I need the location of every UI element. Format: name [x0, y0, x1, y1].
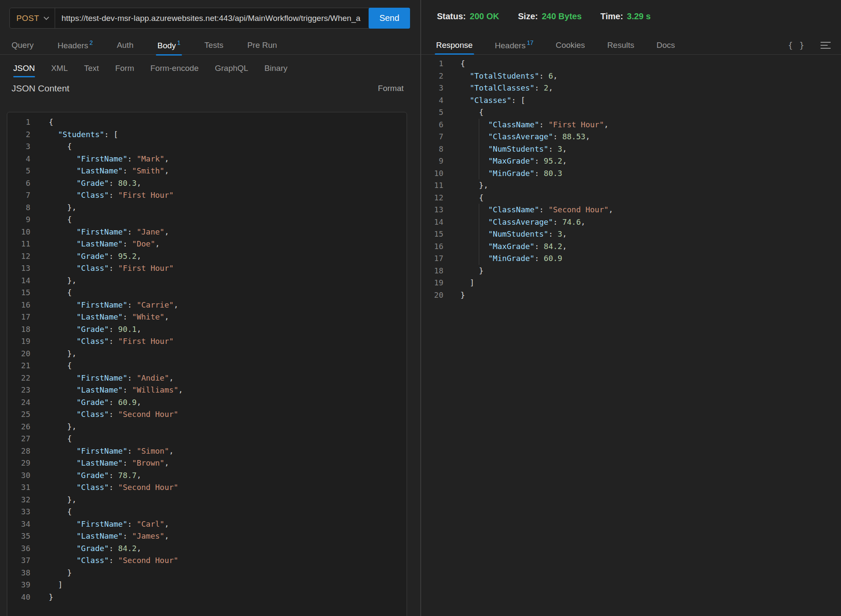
send-button[interactable]: Send: [369, 8, 410, 29]
line-number: 27: [7, 433, 30, 445]
indent-guide: [479, 228, 488, 241]
code-line-content: "MaxGrade": 95.2,: [443, 155, 567, 167]
line-number: 11: [7, 238, 30, 250]
code-line-content: }: [30, 591, 53, 604]
code-line: 26 },: [7, 421, 407, 433]
line-number: 19: [7, 335, 30, 348]
code-line: 2 "Students": [: [7, 129, 407, 141]
tab-body[interactable]: Body1: [157, 40, 180, 50]
line-number: 6: [421, 119, 443, 131]
code-line-content: "NumStudents": 3,: [443, 228, 567, 241]
code-line: 16 "MaxGrade": 84.2,: [421, 241, 841, 253]
tab-response[interactable]: Response: [436, 41, 473, 50]
line-number: 1: [421, 58, 443, 70]
code-line: 9 {: [7, 214, 407, 226]
tab-form[interactable]: Form: [115, 64, 134, 73]
response-status-bar: Status: 200 OK Size: 240 Bytes Time: 3.2…: [421, 0, 841, 21]
tab-tests[interactable]: Tests: [205, 41, 223, 50]
code-line-content: "Grade": 78.7,: [30, 469, 141, 482]
code-line: 14 },: [7, 275, 407, 287]
code-line: 1{: [421, 58, 841, 70]
code-line-content: "MinGrade": 80.3: [443, 167, 562, 180]
menu-lines-icon[interactable]: [820, 42, 831, 49]
code-line-content: {: [30, 141, 72, 153]
code-line: 18 "Grade": 90.1,: [7, 323, 407, 336]
code-line: 36 "Grade": 84.2,: [7, 543, 407, 555]
code-line: 18 }: [421, 265, 841, 277]
code-line: 20}: [421, 289, 841, 302]
tab-binary[interactable]: Binary: [264, 64, 287, 73]
code-line-content: "LastName": "Williams",: [30, 384, 183, 396]
indent-guide: [479, 167, 488, 180]
tab-headers[interactable]: Headers17: [495, 40, 533, 50]
size-label: Size:: [518, 12, 538, 21]
tab-json[interactable]: JSON: [13, 64, 35, 73]
code-line-content: "Grade": 90.1,: [30, 323, 141, 336]
code-line: 15 "NumStudents": 3,: [421, 228, 841, 241]
code-line: 11 "LastName": "Doe",: [7, 238, 407, 250]
code-line-content: },: [30, 202, 76, 214]
line-number: 11: [421, 179, 443, 192]
code-line: 8 },: [7, 202, 407, 214]
tab-count-badge: 2: [90, 39, 93, 46]
code-line: 27 {: [7, 433, 407, 445]
code-line: 15 {: [7, 287, 407, 299]
tab-form-encode[interactable]: Form-encode: [150, 64, 199, 73]
braces-icon[interactable]: { }: [788, 41, 805, 50]
tab-text[interactable]: Text: [84, 64, 99, 73]
code-line: 14 "ClassAverage": 74.6,: [421, 216, 841, 229]
response-body-viewer[interactable]: 1{2 "TotalStudents": 6,3 "TotalClasses":…: [421, 56, 841, 301]
line-number: 25: [7, 408, 30, 421]
code-line: 34 "FirstName": "Carl",: [7, 518, 407, 531]
line-number: 17: [7, 311, 30, 323]
code-line-content: {: [30, 506, 72, 518]
tab-headers[interactable]: Headers2: [58, 40, 93, 50]
tab-pre-run[interactable]: Pre Run: [247, 41, 277, 50]
tab-cookies[interactable]: Cookies: [556, 41, 585, 50]
tab-results[interactable]: Results: [607, 41, 634, 50]
line-number: 9: [421, 155, 443, 167]
tab-query[interactable]: Query: [12, 41, 34, 50]
code-line-content: "LastName": "Doe",: [30, 238, 160, 250]
tab-graphql[interactable]: GraphQL: [215, 64, 248, 73]
line-number: 28: [7, 445, 30, 458]
tab-label: Cookies: [556, 41, 585, 50]
code-line-content: "TotalStudents": 6,: [443, 70, 558, 82]
line-number: 30: [7, 469, 30, 482]
code-line: 2 "TotalStudents": 6,: [421, 70, 841, 82]
code-line: 4 "Classes": [: [421, 94, 841, 107]
response-tabs-row: ResponseHeaders17CookiesResultsDocs { }: [421, 36, 841, 55]
request-tabs: QueryHeaders2AuthBody1TestsPre Run: [0, 36, 420, 55]
code-line: 21 {: [7, 360, 407, 372]
indent-guide: [479, 241, 488, 253]
status-label: Status:: [437, 12, 466, 21]
tab-label: Pre Run: [247, 41, 277, 50]
request-body-editor[interactable]: 1{2 "Students": [3 {4 "FirstName": "Mark…: [7, 112, 407, 616]
line-number: 6: [7, 177, 30, 190]
code-line: 8 "NumStudents": 3,: [421, 143, 841, 155]
tab-auth[interactable]: Auth: [117, 41, 133, 50]
tab-xml[interactable]: XML: [51, 64, 68, 73]
line-number: 19: [421, 277, 443, 289]
code-line: 38 }: [7, 567, 407, 579]
line-number: 4: [421, 94, 443, 107]
url-input[interactable]: https://test-dev-msr-lapp.azurewebsites.…: [55, 8, 369, 28]
line-number: 16: [7, 299, 30, 311]
code-line-content: ]: [30, 579, 63, 591]
line-number: 14: [7, 275, 30, 287]
http-method-select[interactable]: POST: [10, 8, 55, 28]
code-line: 33 {: [7, 506, 407, 518]
code-line-content: "Grade": 95.2,: [30, 250, 141, 263]
format-button[interactable]: Format: [378, 84, 404, 93]
code-line-content: {: [30, 433, 72, 445]
code-line: 24 "Grade": 60.9,: [7, 396, 407, 409]
line-number: 2: [421, 70, 443, 82]
tab-label: Body: [157, 41, 176, 50]
line-number: 29: [7, 457, 30, 469]
code-line-content: "Class": "Second Hour": [30, 554, 178, 567]
line-number: 13: [421, 204, 443, 216]
tab-docs[interactable]: Docs: [656, 41, 675, 50]
tab-label: XML: [51, 64, 68, 73]
tab-label: Headers: [58, 41, 88, 50]
code-line-content: }: [30, 567, 72, 579]
